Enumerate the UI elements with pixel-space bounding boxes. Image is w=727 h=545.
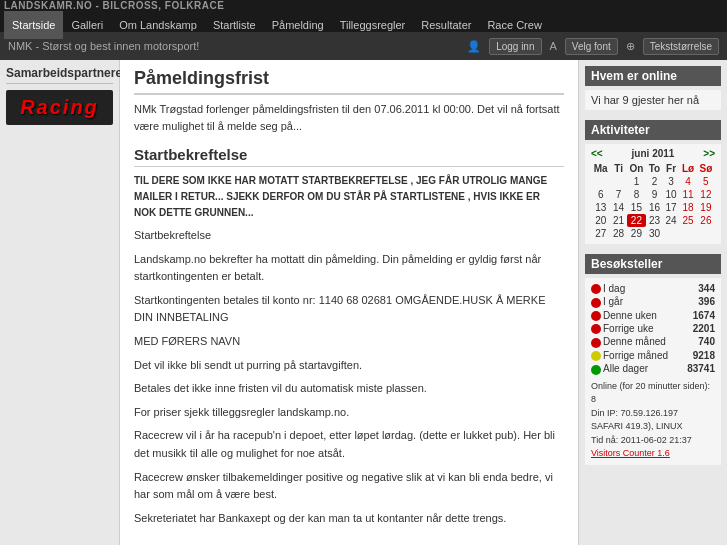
stat-label: I går bbox=[591, 296, 623, 307]
cal-cell: 10 bbox=[663, 188, 679, 201]
stat-icon bbox=[591, 365, 601, 375]
stat-label: Alle dager bbox=[591, 363, 648, 374]
section-startbekreftelse: Startbekreftelse TIL DERE SOM IKKE HAR M… bbox=[134, 146, 564, 527]
cal-cell: 30 bbox=[646, 227, 663, 240]
widget-online-title: Hvem er online bbox=[585, 66, 721, 86]
calendar-next[interactable]: >> bbox=[703, 148, 715, 159]
calendar-month: juni 2011 bbox=[632, 148, 675, 159]
cal-cell: 14 bbox=[610, 201, 626, 214]
widget-visitors-body: I dag 344 I går 396 Denne uken 1674 Forr… bbox=[585, 278, 721, 465]
nav-startliste[interactable]: Startliste bbox=[205, 11, 264, 39]
cal-cell: 5 bbox=[697, 175, 715, 188]
cal-cell: 19 bbox=[697, 201, 715, 214]
cal-cell: 1 bbox=[627, 175, 646, 188]
section-pamelding-text: NMk Trøgstad forlenger påmeldingsfristen… bbox=[134, 101, 564, 134]
calendar-header: << juni 2011 >> bbox=[591, 148, 715, 159]
stat-icon bbox=[591, 298, 601, 308]
cal-cell: 20 bbox=[591, 214, 610, 227]
body-p4: MED FØRERS NAVN bbox=[134, 333, 564, 351]
nav-resultater[interactable]: Resultater bbox=[413, 11, 479, 39]
body-p6: Betales det ikke inne fristen vil du aut… bbox=[134, 380, 564, 398]
nav-galleri[interactable]: Galleri bbox=[63, 11, 111, 39]
visitors-counter-link[interactable]: Visitors Counter 1.6 bbox=[591, 448, 670, 458]
stat-icon bbox=[591, 324, 601, 334]
widget-online-body: Vi har 9 gjester her nå bbox=[585, 90, 721, 110]
stat-value: 83741 bbox=[687, 363, 715, 374]
body-p7: For priser sjekk tilleggsregler landskam… bbox=[134, 404, 564, 422]
nav-om-landskamp[interactable]: Om Landskamp bbox=[111, 11, 205, 39]
calendar-table: Ma Ti On To Fr Lø Sø 1 2 3 4 bbox=[591, 162, 715, 240]
cal-cell: 17 bbox=[663, 201, 679, 214]
right-sidebar: Hvem er online Vi har 9 gjester her nå A… bbox=[579, 60, 727, 545]
center-content: Påmeldingsfrist NMk Trøgstad forlenger p… bbox=[120, 60, 579, 545]
stat-label: Denne uken bbox=[591, 310, 657, 321]
cal-cell: 24 bbox=[663, 214, 679, 227]
section-pamelding-title: Påmeldingsfrist bbox=[134, 68, 564, 95]
visitor-ip: Din IP: 70.59.126.197 bbox=[591, 408, 678, 418]
cal-cell: 27 bbox=[591, 227, 610, 240]
left-sidebar-title: Samarbeidspartnere bbox=[6, 66, 113, 84]
font-icon: A bbox=[550, 40, 557, 52]
stat-value: 9218 bbox=[693, 350, 715, 361]
cal-cell: 3 bbox=[663, 175, 679, 188]
cal-cell: 6 bbox=[591, 188, 610, 201]
cal-th-on: On bbox=[627, 162, 646, 175]
nav-pamelding[interactable]: Påmelding bbox=[264, 11, 332, 39]
font-select-button[interactable]: Velg font bbox=[565, 38, 618, 55]
calendar-prev[interactable]: << bbox=[591, 148, 603, 159]
cal-cell: 4 bbox=[679, 175, 697, 188]
text-size-button[interactable]: Tekststørrelse bbox=[643, 38, 719, 55]
section-startbekreftelse-body: TIL DERE SOM IKKE HAR MOTATT STARTBEKREF… bbox=[134, 173, 564, 527]
body-p3: Startkontingenten betales til konto nr: … bbox=[134, 292, 564, 327]
cal-th-to: To bbox=[646, 162, 663, 175]
stat-idag: I dag 344 bbox=[591, 282, 715, 295]
stat-value: 740 bbox=[698, 336, 715, 347]
cal-cell: 11 bbox=[679, 188, 697, 201]
body-p10: Sekreteriatet har Bankaxept og der kan m… bbox=[134, 510, 564, 528]
nav-startside[interactable]: Startside bbox=[4, 11, 63, 39]
cal-week-2: 6 7 8 9 10 11 12 bbox=[591, 188, 715, 201]
visitor-time: Tid nå: 2011-06-02 21:37 bbox=[591, 435, 692, 445]
widget-online: Hvem er online Vi har 9 gjester her nå bbox=[585, 66, 721, 110]
stat-label: Forrige måned bbox=[591, 350, 668, 361]
cal-week-1: 1 2 3 4 5 bbox=[591, 175, 715, 188]
cal-week-3: 13 14 15 16 17 18 19 bbox=[591, 201, 715, 214]
cal-week-5: 27 28 29 30 bbox=[591, 227, 715, 240]
body-p9: Racecrew ønsker tilbakemeldinger positiv… bbox=[134, 469, 564, 504]
body-p1: Startbekreftelse bbox=[134, 227, 564, 245]
widget-activities: Aktiviteter << juni 2011 >> Ma Ti On To … bbox=[585, 120, 721, 244]
text-size-icon: ⊕ bbox=[626, 40, 635, 53]
stat-value: 396 bbox=[698, 296, 715, 307]
cal-cell: 9 bbox=[646, 188, 663, 201]
nav-race-crew[interactable]: Race Crew bbox=[479, 11, 549, 39]
stat-igar: I går 396 bbox=[591, 295, 715, 308]
online-count: Online (for 20 minutter siden): 8 bbox=[591, 381, 710, 405]
stat-value: 2201 bbox=[693, 323, 715, 334]
cal-cell: 29 bbox=[627, 227, 646, 240]
cal-cell bbox=[697, 227, 715, 240]
cal-cell: 16 bbox=[646, 201, 663, 214]
main-layout: Samarbeidspartnere Racing Påmeldingsfris… bbox=[0, 60, 727, 545]
widget-calendar: << juni 2011 >> Ma Ti On To Fr Lø Sø bbox=[585, 144, 721, 244]
stat-label: Denne måned bbox=[591, 336, 666, 347]
cal-cell: 23 bbox=[646, 214, 663, 227]
cal-cell: 26 bbox=[697, 214, 715, 227]
visitor-browser: SAFARI 419.3), LINUX bbox=[591, 421, 683, 431]
site-title: LANDSKAMR.NO - BILCROSS, FOLKRACE bbox=[4, 0, 224, 11]
cal-cell bbox=[591, 175, 610, 188]
cal-th-ma: Ma bbox=[591, 162, 610, 175]
widget-activities-title: Aktiviteter bbox=[585, 120, 721, 140]
widget-visitors: Besøksteller I dag 344 I går 396 Denne u… bbox=[585, 254, 721, 465]
cal-th-fr: Fr bbox=[663, 162, 679, 175]
stat-label: I dag bbox=[591, 283, 625, 294]
stat-forrige-maned: Forrige måned 9218 bbox=[591, 349, 715, 362]
site-tagline: NMK - Størst og best innen motorsport! bbox=[8, 40, 199, 52]
body-caps: TIL DERE SOM IKKE HAR MOTATT STARTBEKREF… bbox=[134, 173, 564, 221]
cal-cell: 7 bbox=[610, 188, 626, 201]
nav-tilleggsregler[interactable]: Tilleggsregler bbox=[332, 11, 414, 39]
body-p8: Racecrew vil i år ha racepub'n i depoet,… bbox=[134, 427, 564, 462]
stat-icon bbox=[591, 351, 601, 361]
login-button[interactable]: Logg inn bbox=[489, 38, 541, 55]
cal-cell: 13 bbox=[591, 201, 610, 214]
cal-today: 22 bbox=[627, 214, 646, 227]
